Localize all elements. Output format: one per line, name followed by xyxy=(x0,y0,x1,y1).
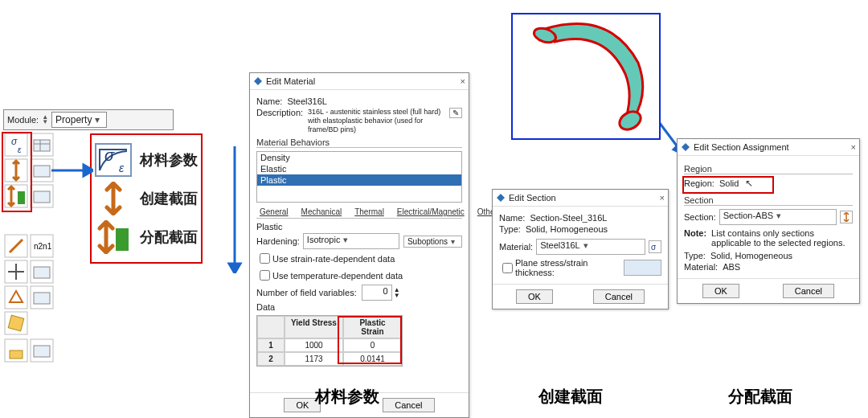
svg-rect-34 xyxy=(116,228,129,251)
svg-marker-44 xyxy=(497,194,505,202)
svg-rect-7 xyxy=(34,140,50,151)
svg-marker-36 xyxy=(84,165,93,176)
svg-text:σ: σ xyxy=(11,136,18,147)
sec-ok-button[interactable]: OK xyxy=(516,289,553,304)
chk-plane-label: Plane stress/strain thickness: xyxy=(515,258,620,277)
tab-em[interactable]: Electrical/Magnetic xyxy=(394,206,468,218)
assign-section-label: Section: xyxy=(684,212,716,222)
behavior-density[interactable]: Density xyxy=(257,152,461,163)
behavior-elastic[interactable]: Elastic xyxy=(257,163,461,174)
section-head: Section xyxy=(684,195,853,206)
mat-name: Steel316L xyxy=(287,96,327,106)
caption-section: 创建截面 xyxy=(538,386,603,408)
tab-thermal[interactable]: Thermal xyxy=(351,206,387,218)
sec-cancel-button[interactable]: Cancel xyxy=(593,289,645,304)
module-bar: Module: ▲▼ Property xyxy=(3,109,174,130)
svg-marker-46 xyxy=(682,143,690,151)
cursor-icon: ↖ xyxy=(745,178,753,189)
tab-mechanical[interactable]: Mechanical xyxy=(298,206,346,218)
hardening-label: Hardening: xyxy=(256,236,300,246)
assign-type-label: Type: xyxy=(684,251,706,260)
module-select-value: Property xyxy=(55,114,92,125)
assign-type: Solid, Homogeneous xyxy=(710,251,792,260)
note-text: List contains only sections applicable t… xyxy=(711,228,853,248)
sec-mat-label: Material: xyxy=(499,242,533,252)
assign-mat: ABS xyxy=(723,262,740,272)
abaqus-logo-icon xyxy=(496,193,506,203)
sec-name: Section-Steel_316L xyxy=(530,213,607,223)
mat-desc-label: Description: xyxy=(256,108,303,117)
close-icon[interactable]: × xyxy=(851,142,856,152)
plastic-data-table[interactable]: Yield Stress Plastic Strain 1 1000 0 2 1… xyxy=(256,315,403,367)
legend-label-2: 分配截面 xyxy=(140,227,198,247)
tab-general[interactable]: General xyxy=(256,206,292,218)
abaqus-logo-icon xyxy=(253,76,263,86)
module-select[interactable]: Property xyxy=(51,112,107,128)
data-head: Data xyxy=(256,302,462,312)
edit-material-title: Edit Material xyxy=(266,76,315,86)
region-head: Region xyxy=(684,164,853,174)
close-icon[interactable]: × xyxy=(660,193,665,203)
suboptions-button[interactable]: Suboptions xyxy=(403,236,462,248)
chk-strain-rate[interactable] xyxy=(260,253,270,264)
behaviors-head: Material Behaviors xyxy=(256,137,462,148)
assign-cancel-button[interactable]: Cancel xyxy=(783,284,834,298)
assign-title: Edit Section Assignment xyxy=(694,142,789,152)
sigma-epsilon-icon: σε xyxy=(95,143,132,177)
chk-strain-rate-label: Use strain-rate-dependent data xyxy=(272,254,395,264)
region-label: Region: xyxy=(684,178,714,188)
svg-rect-11 xyxy=(34,166,50,177)
arrow-left-to-legend xyxy=(50,161,93,180)
assign-mat-label: Material: xyxy=(684,262,718,272)
toolbox-icons[interactable]: σ ε n2n1 xyxy=(3,132,55,365)
svg-rect-24 xyxy=(34,293,50,304)
caption-assign: 分配截面 xyxy=(728,386,792,408)
close-icon[interactable]: × xyxy=(461,76,465,86)
svg-text:n2n1: n2n1 xyxy=(34,242,52,251)
sec-type-label: Type: xyxy=(499,224,521,234)
sec-mat-select[interactable]: Steel316L xyxy=(536,239,645,255)
behavior-plastic[interactable]: Plastic xyxy=(257,174,461,186)
assign-ok-button[interactable]: OK xyxy=(702,284,739,298)
svg-rect-30 xyxy=(34,346,50,357)
svg-rect-13 xyxy=(34,191,50,203)
fieldvars-stepper[interactable]: ▲▼ xyxy=(394,287,400,298)
sec-name-label: Name: xyxy=(499,213,525,223)
svg-text:ε: ε xyxy=(18,145,22,154)
hardening-select[interactable]: Isotropic xyxy=(303,233,399,249)
material-manager-icon[interactable]: σ xyxy=(649,240,661,253)
edit-section-title: Edit Section xyxy=(509,193,556,203)
chk-temp[interactable] xyxy=(260,270,270,281)
svg-rect-26 xyxy=(8,315,24,331)
material-tabs[interactable]: General Mechanical Thermal Electrical/Ma… xyxy=(256,206,462,219)
assign-section-select[interactable]: Section-ABS xyxy=(719,209,837,225)
svg-rect-21 xyxy=(34,267,50,278)
svg-marker-41 xyxy=(254,77,262,85)
assign-section-icon xyxy=(95,220,132,254)
create-section-icon xyxy=(95,182,132,215)
svg-text:σ: σ xyxy=(104,146,115,164)
mat-name-label: Name: xyxy=(256,96,282,106)
note-label: Note: xyxy=(684,228,706,238)
plane-thickness-input[interactable] xyxy=(624,260,661,276)
plastic-head: Plastic xyxy=(256,222,462,232)
edit-section-dialog: Edit Section × Name:Section-Steel_316L T… xyxy=(492,189,669,309)
fieldvars-input[interactable]: 0 xyxy=(362,285,392,301)
model-viewport xyxy=(511,13,661,140)
chk-temp-label: Use temperature-dependent data xyxy=(272,271,403,281)
svg-marker-38 xyxy=(229,264,240,273)
mat-cancel-button[interactable]: Cancel xyxy=(383,398,434,412)
fieldvars-label: Number of field variables: xyxy=(256,288,357,297)
section-manager-icon[interactable] xyxy=(840,211,853,223)
abaqus-logo-icon xyxy=(681,142,690,152)
mat-desc: 316L - austenitic stainless steel (full … xyxy=(308,108,446,134)
legend-label-0: 材料参数 xyxy=(140,150,198,170)
module-label: Module: xyxy=(7,115,39,125)
edit-desc-icon[interactable]: ✎ xyxy=(449,108,462,118)
caption-material: 材料参数 xyxy=(315,386,379,408)
region-value: Solid xyxy=(719,178,739,188)
module-stepper[interactable]: ▲▼ xyxy=(42,115,48,125)
edit-section-assignment-dialog: Edit Section Assignment × Region Region:… xyxy=(677,138,860,304)
edit-material-dialog: Edit Material × Name:Steel316L Descripti… xyxy=(249,72,469,418)
chk-plane-thickness[interactable] xyxy=(502,263,513,273)
